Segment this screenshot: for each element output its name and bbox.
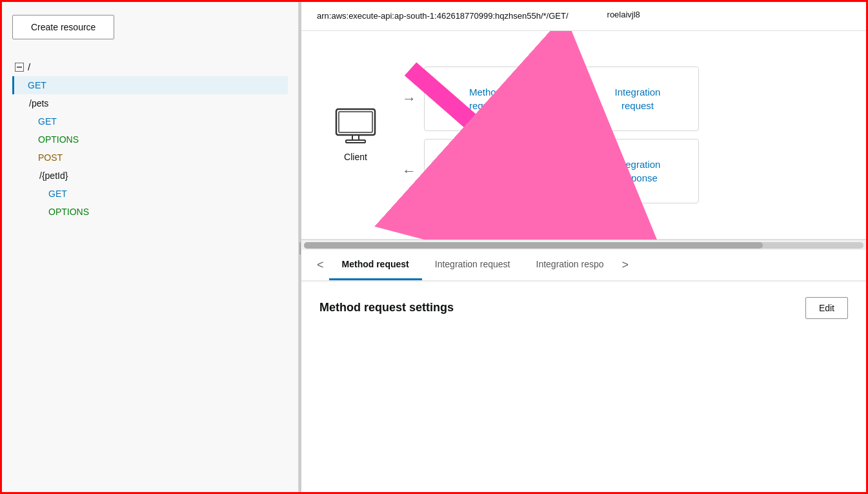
pets-post-method[interactable]: POST bbox=[23, 149, 288, 167]
horizontal-scrollbar[interactable] bbox=[301, 240, 866, 250]
method-request-label: Methodrequest bbox=[469, 85, 501, 112]
diagram-section: Client → Methodrequest → Integratio bbox=[301, 31, 866, 240]
integration-response-box[interactable]: Integrationresponse bbox=[576, 139, 699, 203]
settings-section: Method request settings Edit bbox=[301, 282, 866, 493]
method-response-box[interactable]: Methodresponse bbox=[424, 139, 547, 203]
svg-rect-1 bbox=[339, 112, 372, 132]
pets-resource: /pets GET OPTIONS POST /{petId} GET OPTI… bbox=[12, 94, 288, 221]
petid-get-method[interactable]: GET bbox=[33, 185, 288, 203]
svg-rect-3 bbox=[346, 140, 365, 143]
resource-tree: / GET /pets GET OPTIONS POST bbox=[12, 55, 288, 223]
petid-resource-label[interactable]: /{petId} bbox=[33, 167, 288, 185]
tabs-section: < Method request Integration request Int… bbox=[301, 250, 866, 282]
tab-integration-response[interactable]: Integration respo bbox=[523, 250, 617, 280]
root-resource-label[interactable]: / bbox=[12, 57, 288, 76]
tab-method-request[interactable]: Method request bbox=[329, 250, 422, 280]
petid-options-method[interactable]: OPTIONS bbox=[33, 203, 288, 221]
integration-response-label: Integrationresponse bbox=[615, 158, 661, 185]
svg-rect-0 bbox=[336, 109, 375, 135]
sidebar: Create resource / GET /pets GET OPTION bbox=[2, 2, 299, 492]
arn-value: roelaivjl8 bbox=[607, 10, 640, 19]
pets-resource-label[interactable]: /pets bbox=[23, 94, 288, 112]
integration-request-label: Integrationrequest bbox=[615, 85, 661, 112]
pets-options-method[interactable]: OPTIONS bbox=[23, 130, 288, 149]
diagram-client: Client bbox=[317, 108, 394, 162]
settings-header: Method request settings Edit bbox=[319, 297, 848, 319]
arn-text: arn:aws:execute-api:ap-south-1:462618770… bbox=[317, 10, 569, 23]
petid-resource: /{petId} GET OPTIONS bbox=[23, 167, 288, 221]
method-request-box[interactable]: Methodrequest bbox=[424, 67, 547, 131]
diagram-wrapper: Client → Methodrequest → Integratio bbox=[301, 31, 866, 240]
integration-request-box[interactable]: Integrationrequest bbox=[576, 67, 699, 131]
method-response-label: Methodresponse bbox=[465, 158, 505, 185]
root-resource-item: / GET /pets GET OPTIONS POST bbox=[12, 55, 288, 223]
content-area: arn:aws:execute-api:ap-south-1:462618770… bbox=[301, 2, 866, 492]
pets-get-method[interactable]: GET bbox=[23, 112, 288, 130]
client-label: Client bbox=[344, 152, 367, 162]
arn-section: arn:aws:execute-api:ap-south-1:462618770… bbox=[301, 2, 866, 31]
create-resource-button[interactable]: Create resource bbox=[12, 15, 114, 39]
arrow-from-method-response-icon: ← bbox=[399, 163, 419, 180]
tab-integration-request[interactable]: Integration request bbox=[422, 250, 523, 280]
tabs-prev-button[interactable]: < bbox=[312, 251, 329, 280]
client-computer-icon bbox=[333, 108, 378, 147]
arrow-from-integration-response-icon: ← bbox=[552, 163, 571, 180]
arrow-to-integration-request-icon: → bbox=[552, 90, 571, 107]
pets-path-label: /pets bbox=[29, 98, 48, 108]
diagram-flow: Client → Methodrequest → Integratio bbox=[317, 41, 851, 229]
petid-path-label: /{petId} bbox=[39, 170, 68, 181]
collapse-root-icon bbox=[15, 63, 24, 72]
root-path-label: / bbox=[28, 61, 30, 72]
root-get-method[interactable]: GET bbox=[12, 76, 288, 94]
tabs-next-button[interactable]: > bbox=[617, 251, 634, 280]
settings-title: Method request settings bbox=[319, 301, 454, 314]
edit-button[interactable]: Edit bbox=[805, 297, 848, 319]
arrow-to-method-request-icon: → bbox=[399, 90, 419, 107]
